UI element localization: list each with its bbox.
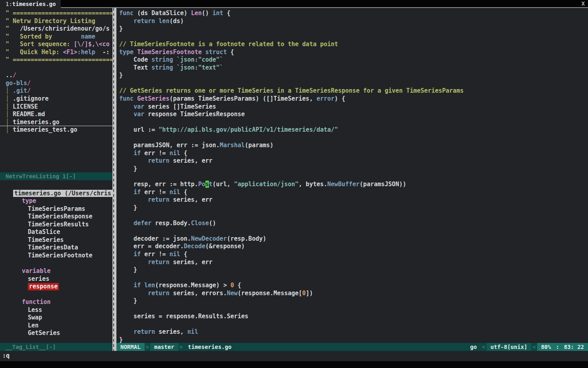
code-line[interactable] [119,227,588,235]
code-line[interactable]: if err != nil { [119,189,588,197]
tagbar-tag-row[interactable]: TimeSeriesResponse [0,213,112,221]
tagbar-tag-row[interactable]: TimeSeriesParams [0,205,112,213]
tagbar-statusline: __Tag_List__[-] [0,343,112,351]
tagbar-section-row[interactable]: type [0,197,112,205]
tagbar-tag-row[interactable]: TimeSeriesResults [0,221,112,229]
command-line[interactable]: :q [0,351,588,361]
line-column: 83: 22 [564,344,584,350]
code-line[interactable]: var response TimeSeriesResponse [119,111,588,119]
code-line[interactable]: func GetSeries(params TimeSeriesParams) … [119,95,588,103]
netrw-row[interactable]: │ timeseries_test.go [0,126,112,134]
tagbar-file-row[interactable]: timeseries.go (/Users/chris [0,190,112,198]
code-line[interactable]: defer resp.Body.Close() [119,220,588,228]
tagbar-tag-row[interactable]: Swap [0,314,112,322]
code-line[interactable]: resp, err := http.Post(url, "application… [119,181,588,189]
tagbar-tag-row[interactable]: DataSlice [0,228,112,236]
code-line[interactable]: // TimeSeriesFootnote is a footnote rela… [119,41,588,49]
filetype-indicator: go [466,343,481,351]
code-line[interactable] [119,134,588,142]
vim-window: 1:timeseries.go X " ====================… [0,0,588,368]
code-line[interactable]: return series, err [119,157,588,165]
netrw-row[interactable]: " ================================ [0,56,112,64]
tagbar-tag-row[interactable]: response [0,283,112,291]
code-line[interactable] [119,321,588,329]
code-line[interactable]: } [119,165,588,173]
netrw-row[interactable]: │ .git/ [0,87,112,95]
code-line[interactable]: err = decoder.Decode(&response) [119,243,588,251]
tagbar-tag-row[interactable]: TimeSeries [0,236,112,244]
tagbar-panel: timeseries.go (/Users/christypeTimeSerie… [0,180,112,343]
code-line[interactable]: func (ds DataSlice) Len() int { [119,10,588,18]
netrw-row[interactable]: │ LICENSE [0,103,112,111]
scroll-percent: 80% [541,344,551,350]
code-line[interactable]: return series, err [119,259,588,267]
code-line[interactable]: } [119,336,588,343]
tagbar-section-row[interactable]: function [0,298,112,306]
tagbar-blank-row [0,291,112,299]
code-line[interactable]: return series, nil [119,328,588,336]
mode-indicator: NORMAL [116,343,145,351]
netrw-row[interactable]: " /Users/chrisridenour/go/s [0,25,112,33]
code-line[interactable]: // GetSeries returns one or more TimeSer… [119,87,588,95]
tab-active[interactable]: 1:timeseries.go [0,0,61,8]
code-line[interactable]: return len(ds) [119,18,588,25]
code-line[interactable]: type TimeSeriesFootnote struct { [119,49,588,56]
code-line[interactable]: } [119,204,588,212]
code-line[interactable]: } [119,297,588,305]
code-line[interactable] [119,274,588,282]
code-line[interactable]: if err != nil { [119,150,588,158]
netrw-row[interactable]: go-bls/ [0,80,112,88]
code-line[interactable]: if err != nil { [119,251,588,259]
tab-filename: timeseries.go [12,1,56,7]
code-line[interactable]: Text string `json:"text"` [119,64,588,72]
netrw-row[interactable]: " Sorted by name [0,33,112,41]
code-line[interactable]: } [119,25,588,33]
code-line[interactable]: series = response.Results.Series [119,313,588,321]
code-line[interactable]: if len(response.Message) > 0 { [119,282,588,290]
tagbar-tag-row[interactable]: GetSeries [0,329,112,337]
netrw-row[interactable]: │ timeseries.go [0,119,112,127]
netrw-statusline: NetrwTreeListing 1[-] [0,172,112,180]
code-line[interactable] [119,119,588,127]
netrw-row[interactable]: │ README.md [0,111,112,119]
separator-left-icon: < [481,343,486,351]
code-buffer[interactable]: func (ds DataSlice) Len() int { return l… [116,8,588,343]
code-line[interactable]: Code string `json:"code"` [119,56,588,64]
vertical-split-separator[interactable] [112,8,116,351]
separator-left-icon: < [531,343,537,351]
code-line[interactable]: return series, err [119,196,588,204]
tagbar-tag-row[interactable]: Less [0,306,112,314]
code-line[interactable] [119,80,588,88]
code-line[interactable]: decoder := json.NewDecoder(resp.Body) [119,235,588,243]
statusline: NORMAL > master > timeseries.go go < utf… [116,343,588,351]
netrw-row[interactable]: " Quick Help: <F1>:help -: [0,49,112,56]
tagbar-tag-row[interactable]: TimeSeriesData [0,244,112,252]
code-line[interactable]: } [119,266,588,274]
tagbar-tag-row[interactable]: Len [0,322,112,330]
tabline-fill: X [61,0,588,8]
tagbar-tag-row[interactable]: TimeSeriesFootnote [0,252,112,260]
separator-right-icon: > [145,343,150,351]
code-line[interactable]: return series, errors.New(response.Messa… [119,290,588,298]
code-line[interactable] [119,305,588,313]
tagbar-section-row[interactable]: variable [0,267,112,275]
editor-window: func (ds DataSlice) Len() int { return l… [116,8,588,351]
netrw-row[interactable] [0,64,112,72]
code-line[interactable] [119,33,588,41]
netrw-row[interactable]: " ================================ [0,10,112,18]
position-indicator: 80%:83: 22 [537,343,588,351]
statusline-filename: timeseries.go [184,343,236,351]
code-line[interactable]: url := "http://api.bls.gov/publicAPI/v1/… [119,126,588,134]
tab-close-icon[interactable]: X [582,0,588,7]
netrw-row[interactable]: " Sort sequence: [\/]$,\<co [0,41,112,49]
netrw-row[interactable]: ../ [0,72,112,80]
code-line[interactable] [119,212,588,220]
tagbar-tag-row[interactable]: series [0,275,112,283]
code-line[interactable] [119,173,588,181]
netrw-row[interactable]: │ .gitignore [0,95,112,103]
code-line[interactable]: var series []TimeSeries [119,103,588,111]
tagbar-selected-file: timeseries.go (/Users/chris [13,190,112,197]
netrw-row[interactable]: " Netrw Directory Listing [0,18,112,25]
code-line[interactable]: paramsJSON, err := json.Marshal(params) [119,142,588,150]
code-line[interactable]: } [119,72,588,80]
